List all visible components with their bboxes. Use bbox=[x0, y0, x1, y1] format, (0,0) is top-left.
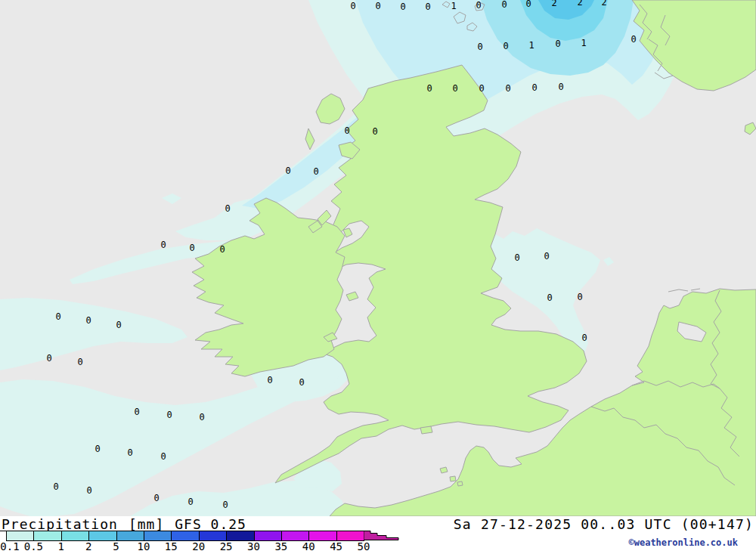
precip-value-label: 0 bbox=[476, 1, 481, 10]
weather-map-screenshot: 0000100022200101000000000000000000000000… bbox=[0, 0, 756, 554]
precip-value-label: 0 bbox=[134, 407, 139, 416]
precip-value-label: 0 bbox=[116, 320, 121, 330]
copyright-label: ©weatheronline.co.uk bbox=[629, 537, 739, 548]
channel-island-1 bbox=[440, 467, 448, 473]
precip-value-label: 0 bbox=[189, 243, 194, 252]
legend-tick-label: 25 bbox=[220, 541, 233, 552]
legend-tick-label: 35 bbox=[274, 541, 287, 552]
precip-value-label: 0 bbox=[166, 410, 172, 419]
precip-value-label: 1 bbox=[528, 41, 534, 50]
precip-value-label: 0 bbox=[479, 84, 484, 93]
map-svg bbox=[0, 0, 756, 516]
precip-value-label: 0 bbox=[77, 357, 82, 367]
precip-value-label: 0 bbox=[525, 0, 531, 8]
legend-tick-label: 2 bbox=[85, 541, 91, 552]
legend-colorbar-cell bbox=[34, 531, 61, 540]
isle-of-wight bbox=[420, 426, 432, 434]
precip-value-label: 0 bbox=[153, 494, 159, 503]
legend-colorbar-cell bbox=[227, 531, 254, 540]
legend-colorbar-cell bbox=[172, 531, 199, 540]
channel-island-3 bbox=[457, 481, 463, 486]
legend-bar: Precipitation[mm]GFS 0.25 0.10.512510152… bbox=[0, 516, 756, 554]
precip-value-label: 0 bbox=[505, 84, 510, 93]
precip-value-label: 0 bbox=[514, 253, 519, 262]
precip-value-label: 0 bbox=[46, 354, 51, 363]
precip-value-label: 0 bbox=[160, 240, 166, 249]
precip-value-label: 0 bbox=[53, 482, 58, 491]
precip-value-label: 2 bbox=[577, 0, 582, 7]
precip-value-label: 0 bbox=[477, 42, 482, 51]
legend-colorbar-cell bbox=[144, 531, 172, 540]
precip-value-label: 0 bbox=[544, 252, 549, 261]
precip-value-label: 0 bbox=[299, 378, 304, 387]
legend-tick-label: 20 bbox=[192, 541, 205, 552]
channel-island-2 bbox=[450, 476, 456, 481]
precip-value-label: 0 bbox=[344, 126, 349, 135]
legend-tick-label: 45 bbox=[330, 541, 342, 552]
map-area: 0000100022200101000000000000000000000000… bbox=[0, 0, 756, 516]
precip-value-label: 0 bbox=[400, 2, 405, 11]
precip-value-label: 0 bbox=[531, 83, 537, 92]
precip-value-label: 0 bbox=[501, 0, 507, 9]
precip-value-label: 0 bbox=[547, 293, 552, 302]
legend-colorbar-cell bbox=[89, 531, 116, 540]
legend-overflow-arrow bbox=[364, 531, 399, 541]
legend-tick-label: 10 bbox=[137, 541, 150, 552]
legend-colorbar-cell bbox=[309, 531, 336, 540]
precip-value-label: 0 bbox=[187, 497, 193, 506]
precip-value-label: 2 bbox=[551, 0, 556, 8]
precip-value-label: 0 bbox=[631, 35, 636, 44]
map-datetime-label: Sa 27-12-2025 00..03 UTC (00+147) bbox=[454, 516, 754, 532]
precip-value-label: 0 bbox=[267, 376, 272, 385]
legend-unit-label: [mm] bbox=[129, 516, 164, 532]
precip-value-label: 0 bbox=[285, 166, 290, 175]
precip-value-label: 0 bbox=[558, 82, 563, 91]
legend-tick-label: 30 bbox=[247, 541, 260, 552]
precip-value-label: 0 bbox=[555, 39, 560, 48]
legend-title: Precipitation bbox=[2, 516, 118, 532]
precip-value-label: 1 bbox=[581, 39, 586, 48]
legend-tick-label: 0.1 bbox=[0, 541, 19, 552]
legend-tick-label: 40 bbox=[302, 541, 315, 552]
legend-colorbar-cell bbox=[117, 531, 144, 540]
precip-value-label: 0 bbox=[350, 2, 355, 11]
precip-value-label: 0 bbox=[55, 312, 60, 321]
legend-tick-label: 15 bbox=[165, 541, 178, 552]
precip-value-label: 0 bbox=[452, 84, 457, 93]
legend-tick-label: 0.5 bbox=[24, 541, 43, 552]
precip-value-label: 0 bbox=[581, 333, 587, 342]
precip-value-label: 0 bbox=[577, 292, 582, 302]
legend-colorbar-cell bbox=[282, 531, 309, 540]
precip-value-label: 0 bbox=[160, 452, 166, 461]
precip-value-label: 0 bbox=[85, 316, 91, 325]
legend-colorbar-cell bbox=[337, 531, 364, 540]
overflow-arrow-shape bbox=[364, 531, 398, 540]
legend-tick-label: 5 bbox=[113, 541, 119, 552]
precip-value-label: 0 bbox=[503, 42, 508, 51]
legend-colorbar-cell bbox=[255, 531, 282, 540]
precip-value-label: 0 bbox=[94, 444, 100, 453]
legend-colorbar bbox=[6, 531, 364, 541]
precip-value-label: 0 bbox=[225, 204, 230, 213]
legend-colorbar-cell bbox=[200, 531, 227, 540]
legend-tick-label: 1 bbox=[58, 541, 64, 552]
legend-colorbar-cell bbox=[62, 531, 89, 540]
precip-value-label: 2 bbox=[601, 0, 606, 7]
legend-title-line: Precipitation[mm]GFS 0.25 bbox=[2, 516, 257, 532]
precip-value-label: 0 bbox=[222, 500, 228, 509]
legend-colorbar-cell bbox=[7, 531, 34, 540]
legend-tick-label: 50 bbox=[358, 541, 370, 552]
precip-value-label: 1 bbox=[451, 2, 456, 11]
precip-value-label: 0 bbox=[375, 2, 380, 11]
precip-value-label: 0 bbox=[199, 413, 204, 422]
legend-model-label: GFS 0.25 bbox=[175, 516, 246, 532]
precip-value-label: 0 bbox=[86, 486, 91, 495]
precip-value-label: 0 bbox=[372, 127, 377, 136]
precip-value-label: 0 bbox=[426, 84, 432, 93]
precip-value-label: 0 bbox=[219, 245, 225, 254]
precip-value-label: 0 bbox=[425, 2, 430, 11]
precip-value-label: 0 bbox=[127, 448, 132, 457]
precip-value-label: 0 bbox=[313, 167, 318, 176]
